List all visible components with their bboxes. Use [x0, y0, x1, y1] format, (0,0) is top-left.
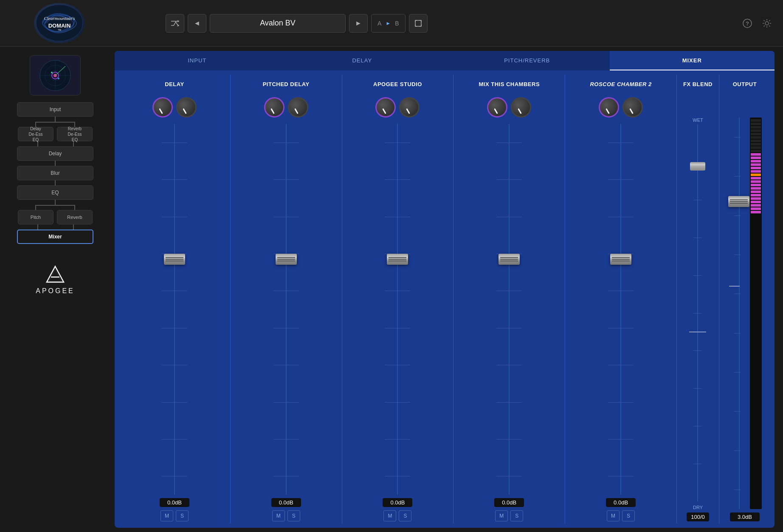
sidebar-nav: Input DelayDe-EssEQ ReverbDe-EssEQ: [8, 102, 102, 244]
tab-pitch-reverb[interactable]: PITCH/REVERB: [445, 51, 610, 70]
signal-line-4: [55, 200, 56, 205]
tab-delay[interactable]: DELAY: [280, 51, 445, 70]
ab-play-button[interactable]: ►: [386, 20, 391, 26]
channel-mix-this-chambers-db: 0.0dB: [494, 498, 524, 507]
b-button[interactable]: B: [392, 19, 401, 28]
svg-line-15: [764, 25, 765, 26]
channel-roscoe-chamber-knob-1[interactable]: [599, 97, 619, 118]
channel-apogee-studio-ms-row: M S: [383, 510, 411, 521]
fx-blend-fader-area: [687, 124, 708, 501]
channel-pitched-delay-db: 0.0dB: [271, 498, 301, 507]
next-button[interactable]: ►: [349, 14, 368, 33]
channel-apogee-studio-knobs: [375, 97, 420, 118]
help-button[interactable]: ?: [740, 16, 755, 31]
svg-point-7: [765, 22, 769, 25]
channel-roscoe-chamber-fader-area: [569, 124, 673, 495]
fx-blend-wet-label: WET: [693, 118, 703, 123]
output-name: OUTPUT: [733, 77, 757, 92]
channel-pitched-delay-ms-row: M S: [272, 510, 300, 521]
channel-mix-this-chambers-name: MIX THIS CHAMBERS: [479, 77, 540, 92]
channel-delay-mute[interactable]: M: [161, 510, 173, 521]
output-fader-area: [728, 118, 762, 509]
channel-mix-this-chambers-fader-area: [457, 124, 561, 495]
fx-blend-strip: FX BLEND WET: [677, 75, 719, 524]
channel-roscoe-chamber-mute[interactable]: M: [607, 510, 620, 521]
sidebar-item-reverb[interactable]: Reverb: [57, 210, 93, 224]
fx-blend-name: FX BLEND: [683, 77, 713, 92]
sidebar: Input DelayDe-EssEQ ReverbDe-EssEQ: [0, 51, 110, 528]
channel-roscoe-chamber-name: ROSCOE CHAMBER 2: [590, 77, 651, 92]
sidebar-item-mixer[interactable]: Mixer: [17, 230, 93, 244]
apogee-logo: APOGEE: [36, 260, 75, 295]
sidebar-item-blur[interactable]: Blur: [17, 166, 93, 180]
svg-text:Clearmountain's: Clearmountain's: [44, 16, 75, 21]
svg-text:?: ?: [746, 20, 749, 27]
plugin-area: INPUT DELAY PITCH/REVERB MIXER DELAY: [115, 51, 775, 528]
preset-name-display: Avalon BV: [210, 14, 346, 33]
sidebar-item-delay-de-ess-eq[interactable]: DelayDe-EssEQ: [18, 127, 54, 141]
a-button[interactable]: A: [375, 19, 384, 28]
channel-apogee-studio: APOGEE STUDIO: [342, 75, 454, 524]
channel-mix-this-chambers-knobs: [487, 97, 531, 118]
shuffle-button[interactable]: [166, 14, 184, 33]
prev-button[interactable]: ◄: [188, 14, 206, 33]
svg-rect-4: [415, 20, 421, 26]
channel-apogee-studio-knob-2[interactable]: [399, 97, 420, 118]
channel-roscoe-chamber-fader[interactable]: [610, 254, 631, 265]
next-icon: ►: [355, 20, 362, 27]
channel-roscoe-chamber-db: 0.0dB: [606, 498, 636, 507]
channel-mix-this-chambers-fader[interactable]: [499, 254, 520, 265]
apogee-label: APOGEE: [36, 287, 75, 295]
channel-roscoe-chamber-knob-2[interactable]: [622, 97, 643, 118]
radar-widget[interactable]: [30, 55, 81, 95]
fullscreen-button[interactable]: [409, 14, 428, 33]
channel-delay: DELAY: [119, 75, 231, 524]
channel-delay-knob-2[interactable]: [176, 97, 197, 118]
sidebar-item-input[interactable]: Input: [17, 102, 93, 117]
channel-pitched-delay-fader-area: [234, 124, 338, 495]
logo-area: Clearmountain's DOMAIN ™: [8, 3, 110, 43]
channel-apogee-studio-knob-1[interactable]: [375, 97, 396, 118]
channel-pitched-delay-name: PITCHED DELAY: [263, 77, 310, 92]
tab-mixer[interactable]: MIXER: [610, 51, 775, 70]
top-bar: Clearmountain's DOMAIN ™ ◄ Avalon BV ► A: [0, 0, 783, 47]
channel-delay-name: DELAY: [165, 77, 184, 92]
tab-input[interactable]: INPUT: [115, 51, 280, 70]
channel-roscoe-chamber-solo[interactable]: S: [622, 510, 635, 521]
svg-marker-26: [47, 266, 64, 282]
channel-pitched-delay-knob-1[interactable]: [264, 97, 284, 118]
plugin-tabs: INPUT DELAY PITCH/REVERB MIXER: [115, 51, 775, 70]
settings-button[interactable]: [759, 16, 775, 31]
channel-delay-knob-1[interactable]: [152, 97, 173, 118]
channel-delay-db: 0.0dB: [160, 498, 189, 507]
channel-delay-solo[interactable]: S: [176, 510, 189, 521]
channel-pitched-delay-mute[interactable]: M: [272, 510, 285, 521]
svg-line-13: [769, 25, 770, 26]
sidebar-item-reverb-de-ess-eq[interactable]: ReverbDe-EssEQ: [57, 127, 93, 141]
channel-apogee-studio-mute[interactable]: M: [383, 510, 396, 521]
channel-mix-this-chambers-knob-1[interactable]: [487, 97, 507, 118]
channel-roscoe-chamber: ROSCOE CHAMBER 2: [565, 75, 677, 524]
channel-mix-this-chambers-mute[interactable]: M: [495, 510, 508, 521]
channel-pitched-delay-fader[interactable]: [276, 254, 297, 265]
sidebar-item-eq[interactable]: EQ: [17, 185, 93, 200]
svg-point-24: [58, 78, 59, 79]
channel-apogee-studio-name: APOGEE STUDIO: [373, 77, 422, 92]
output-strip: OUTPUT: [719, 75, 770, 524]
channel-mix-this-chambers-knob-2[interactable]: [511, 97, 531, 118]
channel-delay-fader[interactable]: [164, 254, 185, 265]
channel-mix-this-chambers-ms-row: M S: [495, 510, 523, 521]
channel-pitched-delay: PITCHED DELAY: [231, 75, 342, 524]
channel-apogee-studio-fader[interactable]: [387, 254, 408, 265]
fx-blend-wet-fader[interactable]: [690, 162, 705, 171]
sidebar-item-delay[interactable]: Delay: [17, 146, 93, 161]
channel-mix-this-chambers-solo[interactable]: S: [510, 510, 523, 521]
channel-pitched-delay-knobs: [264, 97, 308, 118]
sidebar-item-pitch[interactable]: Pitch: [18, 210, 54, 224]
output-fader[interactable]: [728, 196, 749, 207]
svg-line-12: [764, 20, 765, 21]
channel-apogee-studio-solo[interactable]: S: [399, 510, 411, 521]
channel-pitched-delay-knob-2[interactable]: [288, 97, 308, 118]
channel-pitched-delay-solo[interactable]: S: [287, 510, 300, 521]
channel-delay-ms-row: M S: [161, 510, 189, 521]
